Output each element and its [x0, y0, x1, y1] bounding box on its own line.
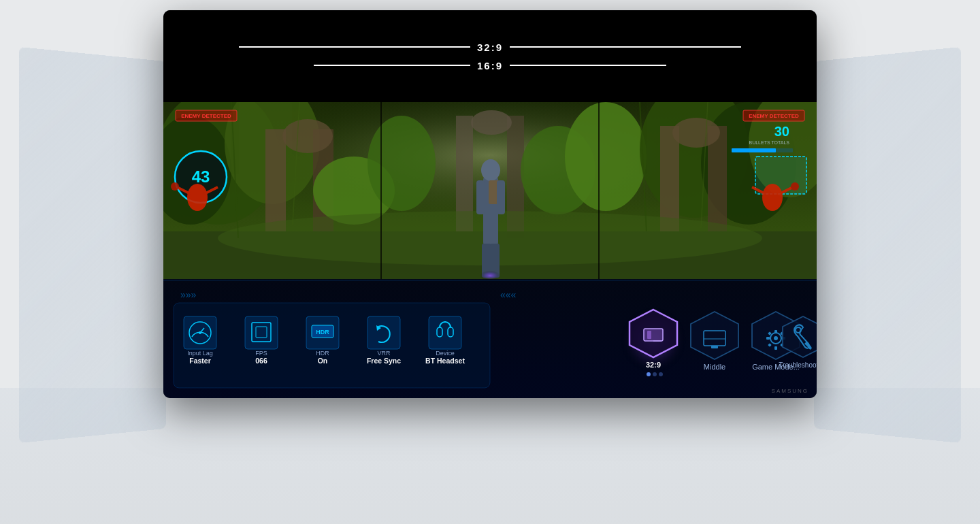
svg-text:HDR: HDR: [316, 329, 329, 335]
svg-rect-45: [755, 157, 806, 194]
game-area: ENEMY DETECTED ENEMY DETECTED 43 30 BULL…: [163, 102, 817, 279]
svg-point-53: [791, 182, 799, 191]
hud-bar-svg: »»» ««« Input Lag Faster: [163, 279, 817, 398]
svg-point-64: [199, 331, 201, 334]
svg-point-7: [282, 119, 333, 153]
svg-rect-31: [497, 180, 505, 214]
game-background: ENEMY DETECTED ENEMY DETECTED 43 30 BULL…: [163, 102, 817, 279]
svg-rect-104: [774, 346, 777, 350]
svg-point-93: [653, 372, 657, 376]
svg-point-12: [471, 110, 512, 135]
svg-text:30: 30: [774, 124, 789, 139]
svg-text:BULLETS TOTALS: BULLETS TOTALS: [749, 140, 789, 145]
svg-text:ENEMY DETECTED: ENEMY DETECTED: [181, 113, 231, 119]
svg-rect-98: [711, 346, 718, 348]
ratio-16-line-right: [510, 65, 666, 66]
svg-rect-5: [265, 129, 286, 231]
tv-brand: SAMSUNG: [772, 388, 808, 394]
svg-rect-103: [774, 330, 777, 333]
svg-marker-95: [691, 312, 738, 359]
svg-text:Free Sync: Free Sync: [367, 357, 401, 365]
ratio-32-line-left: [239, 46, 470, 48]
svg-text:Troubleshooting: Troubleshooting: [779, 361, 817, 369]
svg-text:ENEMY DETECTED: ENEMY DETECTED: [749, 113, 799, 119]
svg-rect-77: [368, 316, 400, 349]
svg-point-28: [481, 159, 500, 181]
glass-panel-right: [814, 47, 961, 443]
svg-point-14: [565, 102, 647, 211]
svg-text:Middle: Middle: [704, 363, 725, 371]
svg-rect-30: [476, 180, 485, 214]
tv-frame: 32:9 16:9: [163, 10, 817, 398]
svg-point-50: [762, 184, 783, 211]
svg-text:»»»: »»»: [180, 289, 197, 300]
game-hud-bottom: »»» ««« Input Lag Faster: [163, 279, 817, 398]
svg-text:Input Lag: Input Lag: [187, 350, 213, 357]
svg-text:VRR: VRR: [377, 350, 391, 357]
svg-text:BT Headset: BT Headset: [425, 357, 465, 365]
svg-rect-44: [732, 148, 776, 152]
svg-point-46: [187, 184, 208, 211]
scene-wrapper: 32:9 16:9: [0, 0, 980, 524]
ratio-16-label: 16:9: [477, 60, 503, 71]
svg-rect-105: [766, 337, 770, 340]
svg-point-49: [171, 182, 179, 191]
ratio-32-line-right: [510, 46, 741, 48]
svg-point-94: [659, 372, 663, 376]
ratio-32-line: 32:9: [239, 42, 741, 53]
ratio-32-label: 32:9: [477, 42, 503, 53]
game-scene-svg: ENEMY DETECTED ENEMY DETECTED 43 30 BULL…: [163, 102, 817, 279]
svg-text:«««: «««: [500, 289, 517, 300]
svg-text:43: 43: [192, 167, 210, 186]
svg-rect-67: [245, 316, 278, 349]
svg-rect-88: [644, 329, 663, 341]
svg-text:Device: Device: [436, 350, 455, 357]
svg-text:On: On: [318, 357, 328, 365]
ratio-16-line: 16:9: [314, 60, 666, 71]
svg-text:Faster: Faster: [189, 357, 211, 365]
svg-point-9: [368, 116, 436, 211]
ratio-16-line-left: [314, 65, 470, 66]
svg-rect-89: [647, 331, 651, 339]
svg-text:HDR: HDR: [316, 350, 329, 357]
svg-point-20: [672, 118, 720, 148]
svg-text:FPS: FPS: [255, 350, 267, 357]
svg-text:32:9: 32:9: [646, 361, 661, 369]
svg-text:066: 066: [255, 357, 267, 365]
svg-point-92: [647, 372, 651, 376]
svg-point-102: [774, 336, 778, 340]
ratio-bar: 32:9 16:9: [163, 10, 817, 102]
glass-panel-left: [19, 47, 166, 443]
svg-rect-18: [660, 126, 679, 231]
